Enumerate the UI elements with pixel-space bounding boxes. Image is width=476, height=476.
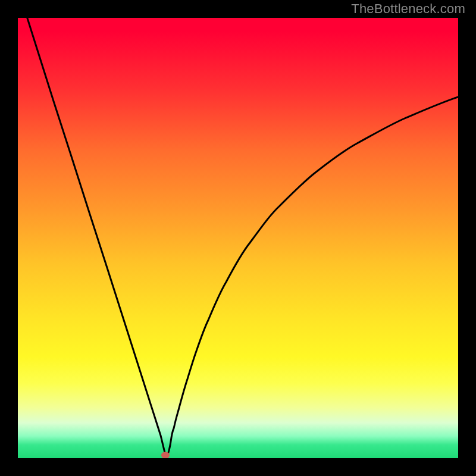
bottleneck-curve [18, 18, 458, 458]
plot-area [18, 18, 458, 458]
chart-frame: TheBottleneck.com [0, 0, 476, 476]
curve-path [18, 18, 458, 456]
minimum-marker [161, 452, 170, 459]
watermark-text: TheBottleneck.com [351, 1, 465, 17]
